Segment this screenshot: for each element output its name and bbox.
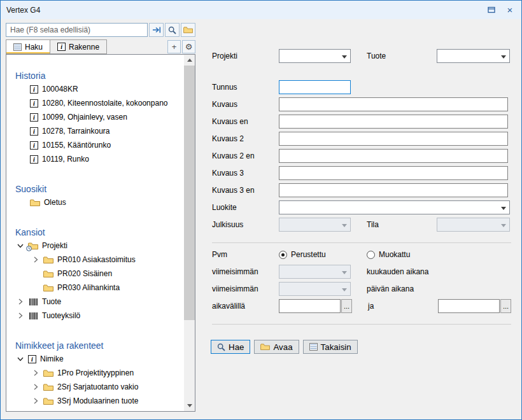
tila-select[interactable] (437, 218, 510, 232)
chevron-right-icon[interactable] (32, 370, 39, 376)
tree-item-label: 10280, Kiteennostolaite, kokoonpano (42, 99, 168, 108)
tab-bar: Haku i Rakenne + ⚙ (6, 39, 195, 54)
titlebar[interactable]: Vertex G4 × (1, 1, 521, 19)
search-magnifier-button[interactable] (165, 23, 180, 37)
perustettu-radio-group[interactable]: Perustettu (279, 250, 367, 259)
tree-item-projekti[interactable]: Projekti (6, 239, 184, 253)
window-title: Vertex G4 (6, 6, 40, 15)
kuvaus-2-en-input[interactable] (279, 149, 508, 163)
hae-button-label: Hae (229, 342, 244, 352)
chevron-right-icon[interactable] (32, 398, 39, 404)
scroll-up-button[interactable] (184, 55, 195, 66)
tunnus-input[interactable] (279, 80, 351, 94)
folder-icon (43, 411, 53, 412)
chevron-right-icon[interactable] (17, 298, 24, 305)
kuvaus-2-label: Kuvaus 2 (212, 134, 279, 143)
chevron-down-icon[interactable] (17, 356, 24, 361)
perustettu-radio[interactable] (279, 251, 287, 259)
kuvaus-2-input[interactable] (279, 132, 508, 146)
aikavalilla-label: aikavälillä (212, 302, 279, 311)
chevron-right-icon[interactable] (17, 312, 24, 319)
search-input[interactable] (6, 23, 148, 37)
tree-item-10280[interactable]: i 10280, Kiteennostolaite, kokoonpano (6, 96, 184, 110)
tree-item-label: 10119, Runko (42, 155, 89, 164)
tuote-select[interactable] (437, 49, 510, 63)
close-button[interactable]: × (502, 3, 518, 17)
kuvaus-3-input[interactable] (279, 166, 508, 180)
tree-item-tuote[interactable]: Tuote (6, 295, 184, 309)
paivan-aikana-label: päivän aikana (367, 284, 414, 293)
tree-item-1pro[interactable]: 1Pro Projektityyppinen (6, 366, 184, 380)
info-icon: i (57, 43, 66, 51)
paiva-select[interactable] (279, 282, 351, 296)
tree-item-label: 100048KR (42, 85, 78, 94)
search-icon (168, 26, 176, 34)
tree-item-10278[interactable]: i 10278, Tarrainkoura (6, 124, 184, 138)
muokattu-radio-group[interactable]: Muokattu (367, 250, 410, 259)
date-from-picker-button[interactable]: ... (341, 299, 352, 313)
scrollbar-thumb[interactable] (184, 66, 195, 320)
projekti-select[interactable] (279, 49, 351, 63)
folder-icon (43, 383, 53, 391)
tree-item-pr020[interactable]: PR020 Sisäinen (6, 267, 184, 281)
perustettu-radio-label: Perustettu (291, 250, 326, 259)
tree-item-10155[interactable]: i 10155, Kääntörunko (6, 138, 184, 152)
chevron-right-icon[interactable] (32, 256, 39, 263)
takaisin-button[interactable]: Takaisin (303, 340, 358, 354)
list-icon (13, 43, 22, 51)
tree-item-label: 3Srj Modulaarinen tuote (57, 396, 138, 405)
tree-scrollbar[interactable] (184, 55, 195, 411)
tree-item-label: 10155, Kääntörunko (42, 141, 111, 150)
tab-rakenne[interactable]: i Rakenne (50, 39, 107, 54)
tree-item-4alv[interactable]: 4Alv Alihankinta (6, 408, 184, 411)
action-buttons: Hae Avaa Takaisin (211, 340, 518, 354)
project-folder-icon (28, 242, 38, 250)
pvm-label: Pvm (212, 250, 279, 259)
avaa-button[interactable]: Avaa (254, 340, 299, 354)
date-from-input[interactable] (279, 299, 341, 313)
tree-item-tuoteyksilo[interactable]: Tuoteyksilö (6, 309, 184, 323)
chevron-down-icon (501, 207, 506, 210)
tree-item-3srj[interactable]: 3Srj Modulaarinen tuote (6, 394, 184, 408)
scroll-down-button[interactable] (184, 400, 195, 411)
kuvaus-input[interactable] (279, 97, 508, 111)
folder-icon (260, 343, 270, 351)
tab-haku[interactable]: Haku (6, 39, 50, 54)
hae-button[interactable]: Hae (211, 340, 250, 354)
chevron-right-icon[interactable] (32, 384, 39, 390)
search-go-button[interactable] (149, 23, 164, 37)
tree-item-10119[interactable]: i 10119, Runko (6, 152, 184, 166)
tree-section-historia: Historia (15, 69, 184, 82)
tree-item-nimike[interactable]: i Nimike (6, 352, 184, 366)
kuukausi-select[interactable] (279, 265, 351, 279)
date-to-picker-button[interactable]: ... (500, 299, 511, 313)
arrow-right-icon (152, 26, 161, 34)
folder-icon (183, 26, 193, 34)
folder-icon (43, 256, 53, 264)
search-folder-button[interactable] (181, 23, 195, 37)
tree-item-label: Tuote (42, 297, 61, 306)
julkisuus-select[interactable] (279, 218, 351, 232)
tree-item-2srj[interactable]: 2Srj Sarjatuotanto vakio (6, 380, 184, 394)
list-icon (309, 343, 318, 351)
muokattu-radio[interactable] (367, 251, 375, 259)
dock-window-icon (488, 6, 495, 13)
tree-item-oletus[interactable]: Oletus (6, 195, 184, 209)
vertex-window: Vertex G4 × Haku i Rakenne + ⚙ Historia (0, 0, 522, 420)
takaisin-button-label: Takaisin (321, 342, 351, 352)
luokite-select[interactable] (279, 200, 510, 214)
tree-item-pr010[interactable]: PR010 Asiakastoimitus (6, 253, 184, 267)
kuvaus-en-input[interactable] (279, 115, 508, 129)
titlebar-buttons: × (483, 3, 518, 17)
kuvaus-3-en-input[interactable] (279, 183, 508, 197)
dock-window-button[interactable] (483, 3, 500, 17)
kuvaus-en-label: Kuvaus en (212, 117, 279, 126)
settings-button[interactable]: ⚙ (182, 40, 195, 53)
tree-item-10099[interactable]: i 10099, Ohjainlevy, vasen (6, 110, 184, 124)
tree-item-label: Nimike (40, 354, 64, 363)
chevron-down-icon[interactable] (17, 243, 24, 248)
tree-item-pr030[interactable]: PR030 Alihankinta (6, 281, 184, 295)
add-tab-button[interactable]: + (167, 40, 181, 53)
tree-item-100048kr[interactable]: i 100048KR (6, 82, 184, 96)
date-to-input[interactable] (438, 299, 500, 313)
